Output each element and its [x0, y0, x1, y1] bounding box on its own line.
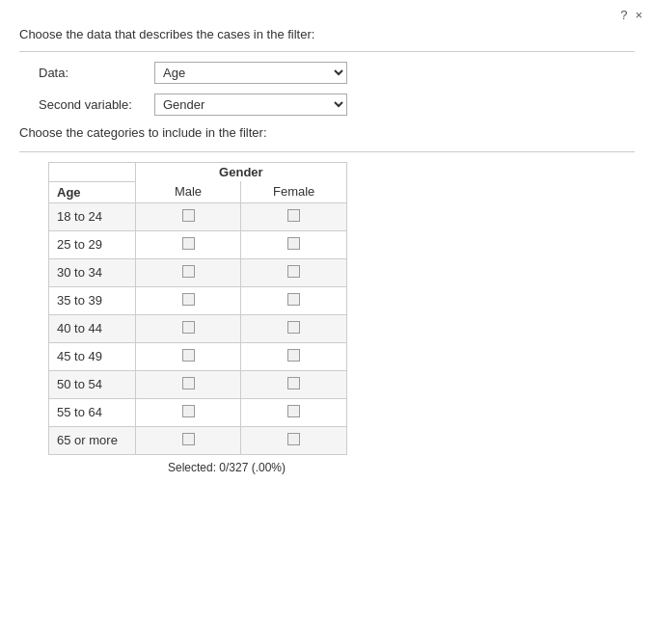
male-checkbox[interactable]	[182, 265, 195, 278]
female-checkbox[interactable]	[287, 349, 300, 362]
male-checkbox[interactable]	[182, 237, 195, 250]
male-checkbox[interactable]	[182, 433, 195, 445]
female-checkbox-cell	[241, 230, 347, 258]
second-variable-row: Second variable: Gender	[19, 94, 635, 116]
female-checkbox-cell	[241, 342, 347, 370]
female-checkbox[interactable]	[287, 433, 300, 445]
female-checkbox-cell	[241, 314, 347, 342]
table-row: 35 to 39	[49, 286, 347, 314]
age-cell: 25 to 29	[49, 230, 136, 258]
female-checkbox-cell	[241, 258, 347, 286]
data-select[interactable]: Age	[154, 62, 347, 84]
female-checkbox[interactable]	[287, 265, 300, 278]
gender-header: Gender	[135, 163, 346, 182]
male-checkbox-cell	[135, 398, 241, 426]
female-checkbox-cell	[241, 286, 347, 314]
age-cell: 40 to 44	[49, 314, 136, 342]
male-checkbox-cell	[135, 202, 241, 230]
female-checkbox[interactable]	[287, 405, 300, 417]
table-row: 65 or more	[49, 426, 347, 454]
age-cell: 18 to 24	[49, 202, 136, 230]
age-cell: 30 to 34	[49, 258, 136, 286]
section1-title: Choose the data that describes the cases…	[19, 27, 635, 41]
second-variable-select[interactable]: Gender	[154, 94, 347, 116]
female-checkbox-cell	[241, 370, 347, 398]
table-row: 25 to 29	[49, 230, 347, 258]
male-checkbox-cell	[135, 426, 241, 454]
male-checkbox-cell	[135, 370, 241, 398]
age-cell: 50 to 54	[49, 370, 136, 398]
male-checkbox-cell	[135, 342, 241, 370]
male-checkbox-cell	[135, 314, 241, 342]
male-checkbox-cell	[135, 230, 241, 258]
table-row: 45 to 49	[49, 342, 347, 370]
male-checkbox[interactable]	[182, 321, 195, 334]
female-checkbox[interactable]	[287, 321, 300, 334]
male-checkbox-cell	[135, 258, 241, 286]
female-checkbox[interactable]	[287, 209, 300, 222]
close-icon[interactable]: ×	[635, 8, 642, 22]
col-male-header: Male	[135, 181, 241, 202]
female-checkbox[interactable]	[287, 237, 300, 250]
male-checkbox-cell	[135, 286, 241, 314]
male-checkbox[interactable]	[182, 209, 195, 222]
data-label: Data:	[39, 66, 154, 80]
selected-info: Selected: 0/327 (.00%)	[77, 455, 376, 474]
age-cell: 35 to 39	[49, 286, 136, 314]
male-checkbox[interactable]	[182, 377, 195, 389]
second-variable-label: Second variable:	[39, 97, 154, 112]
age-cell: 65 or more	[49, 426, 136, 454]
table-row: 50 to 54	[49, 370, 347, 398]
male-checkbox[interactable]	[182, 293, 195, 306]
male-checkbox[interactable]	[182, 349, 195, 362]
female-checkbox-cell	[241, 398, 347, 426]
age-cell: 55 to 64	[49, 398, 136, 426]
col-female-header: Female	[241, 181, 347, 202]
female-checkbox[interactable]	[287, 293, 300, 306]
table-row: 30 to 34	[49, 258, 347, 286]
age-cell: 45 to 49	[49, 342, 136, 370]
table-row: 18 to 24	[49, 202, 347, 230]
female-checkbox-cell	[241, 202, 347, 230]
categories-table: Gender Age Male Female 18 to 2425 to 293…	[48, 162, 347, 455]
male-checkbox[interactable]	[182, 405, 195, 417]
data-row: Data: Age	[19, 62, 635, 84]
section2-title: Choose the categories to include in the …	[19, 125, 635, 140]
help-icon[interactable]: ?	[620, 8, 627, 22]
female-checkbox-cell	[241, 426, 347, 454]
table-row: 40 to 44	[49, 314, 347, 342]
col-age-header: Age	[49, 181, 136, 202]
female-checkbox[interactable]	[287, 377, 300, 389]
table-row: 55 to 64	[49, 398, 347, 426]
